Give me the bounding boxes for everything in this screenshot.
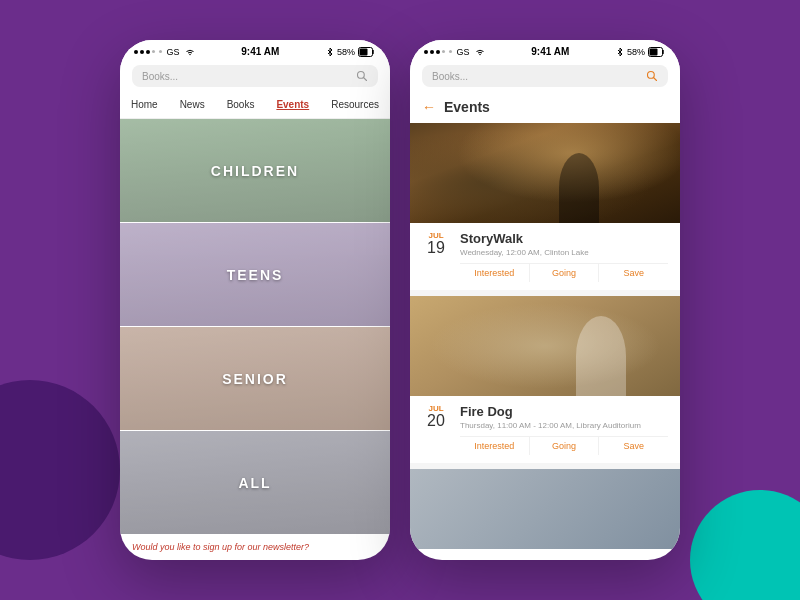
event-name-firedog: Fire Dog xyxy=(460,404,668,419)
status-carrier-1: GS xyxy=(134,47,195,57)
status-carrier-2: GS xyxy=(424,47,485,57)
category-children-label: CHILDREN xyxy=(211,163,299,179)
battery-icon-2 xyxy=(648,47,666,57)
back-button[interactable]: ← xyxy=(422,99,436,115)
signal-dot-6 xyxy=(424,50,428,54)
event-actions-firedog: Interested Going Save xyxy=(460,436,668,455)
event-info-firedog: JUL 20 Fire Dog Thursday, 11:00 AM - 12:… xyxy=(410,396,680,463)
search-placeholder-2: Books... xyxy=(432,71,640,82)
event-card-firedog: JUL 20 Fire Dog Thursday, 11:00 AM - 12:… xyxy=(410,296,680,463)
signal-dot-3 xyxy=(146,50,150,54)
svg-rect-5 xyxy=(649,48,657,55)
search-icon-2[interactable] xyxy=(646,70,658,82)
events-page-title: Events xyxy=(444,99,490,115)
event-interested-storywalk[interactable]: Interested xyxy=(460,264,530,282)
status-right-1: 58% xyxy=(326,47,376,57)
nav-news[interactable]: News xyxy=(176,97,209,112)
category-teens[interactable]: TEENS xyxy=(120,223,390,326)
nav-resources[interactable]: Resources xyxy=(327,97,383,112)
signal-dot-1 xyxy=(134,50,138,54)
category-all[interactable]: ALL xyxy=(120,431,390,534)
category-senior-label: SENIOR xyxy=(222,371,288,387)
search-input-wrap-2[interactable]: Books... xyxy=(422,65,668,87)
event-name-storywalk: StoryWalk xyxy=(460,231,668,246)
battery-text-2: 58% xyxy=(627,47,645,57)
status-time-1: 9:41 AM xyxy=(241,46,279,57)
event-save-firedog[interactable]: Save xyxy=(599,437,668,455)
event-date-firedog: JUL 20 xyxy=(422,404,450,429)
wifi-icon-2 xyxy=(475,48,485,56)
search-placeholder-1: Books... xyxy=(142,71,350,82)
event-actions-storywalk: Interested Going Save xyxy=(460,263,668,282)
phones-container: GS 9:41 AM 58% xyxy=(120,40,680,560)
events-header: ← Events xyxy=(410,93,680,123)
signal-dot-10 xyxy=(449,50,452,53)
event-image-storywalk xyxy=(410,123,680,223)
category-children[interactable]: CHILDREN xyxy=(120,119,390,222)
svg-rect-1 xyxy=(359,48,367,55)
event-when-storywalk: Wednesday, 12:00 AM, Clinton Lake xyxy=(460,248,668,257)
event-interested-firedog[interactable]: Interested xyxy=(460,437,530,455)
status-bar-1: GS 9:41 AM 58% xyxy=(120,40,390,61)
event-image-firedog xyxy=(410,296,680,396)
category-senior[interactable]: SENIOR xyxy=(120,327,390,430)
event-day-firedog: 20 xyxy=(422,413,450,429)
category-teens-label: TEENS xyxy=(227,267,284,283)
wifi-icon-1 xyxy=(185,48,195,56)
nav-1: Home News Books Events Resources xyxy=(120,93,390,119)
signal-dot-2 xyxy=(140,50,144,54)
event-date-storywalk: JUL 19 xyxy=(422,231,450,256)
event-info-storywalk: JUL 19 StoryWalk Wednesday, 12:00 AM, Cl… xyxy=(410,223,680,290)
status-right-2: 58% xyxy=(616,47,666,57)
event-image-partial xyxy=(410,469,680,549)
newsletter-link[interactable]: Would you like to sign up for our newsle… xyxy=(120,534,390,560)
search-input-wrap-1[interactable]: Books... xyxy=(132,65,378,87)
event-photo-silhouette-2 xyxy=(576,316,626,396)
signal-dot-5 xyxy=(159,50,162,53)
nav-events[interactable]: Events xyxy=(272,97,313,112)
event-card-storywalk: JUL 19 StoryWalk Wednesday, 12:00 AM, Cl… xyxy=(410,123,680,290)
events-list: JUL 19 StoryWalk Wednesday, 12:00 AM, Cl… xyxy=(410,123,680,560)
signal-dot-9 xyxy=(442,50,445,53)
bluetooth-icon-1 xyxy=(326,47,334,57)
event-photo-silhouette-1 xyxy=(559,153,599,223)
nav-home[interactable]: Home xyxy=(127,97,162,112)
status-time-2: 9:41 AM xyxy=(531,46,569,57)
phone-2: GS 9:41 AM 58% xyxy=(410,40,680,560)
signal-dot-8 xyxy=(436,50,440,54)
search-bar-2: Books... xyxy=(410,61,680,93)
battery-text-1: 58% xyxy=(337,47,355,57)
event-day-storywalk: 19 xyxy=(422,240,450,256)
categories-list: CHILDREN TEENS SENIOR ALL xyxy=(120,119,390,534)
event-details-firedog: Fire Dog Thursday, 11:00 AM - 12:00 AM, … xyxy=(460,404,668,455)
event-when-firedog: Thursday, 11:00 AM - 12:00 AM, Library A… xyxy=(460,421,668,430)
bg-decoration-right xyxy=(690,490,800,600)
event-save-storywalk[interactable]: Save xyxy=(599,264,668,282)
event-going-firedog[interactable]: Going xyxy=(530,437,600,455)
search-icon-1[interactable] xyxy=(356,70,368,82)
svg-line-3 xyxy=(364,78,367,81)
battery-icon-1 xyxy=(358,47,376,57)
search-bar-1: Books... xyxy=(120,61,390,93)
event-going-storywalk[interactable]: Going xyxy=(530,264,600,282)
svg-line-7 xyxy=(654,78,657,81)
signal-dot-4 xyxy=(152,50,155,53)
phone-1: GS 9:41 AM 58% xyxy=(120,40,390,560)
signal-dot-7 xyxy=(430,50,434,54)
category-all-label: ALL xyxy=(238,475,271,491)
nav-books[interactable]: Books xyxy=(223,97,259,112)
event-details-storywalk: StoryWalk Wednesday, 12:00 AM, Clinton L… xyxy=(460,231,668,282)
bg-decoration-left xyxy=(0,380,120,560)
status-bar-2: GS 9:41 AM 58% xyxy=(410,40,680,61)
bluetooth-icon-2 xyxy=(616,47,624,57)
